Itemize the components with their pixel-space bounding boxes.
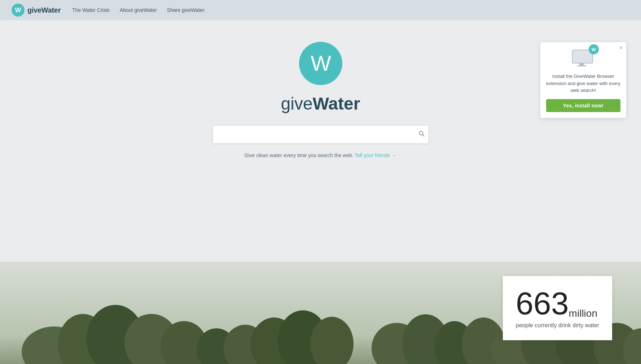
nav-link-about[interactable]: About giveWater <box>120 7 157 13</box>
brand-give: give <box>281 94 313 113</box>
svg-rect-2 <box>577 66 587 67</box>
stats-unit: million <box>569 308 597 319</box>
tagline: Give clean water every time you search t… <box>245 152 397 158</box>
install-popup: × W Install the GiveWater Browser extens… <box>540 42 627 118</box>
install-now-button[interactable]: Yes, install now! <box>546 99 620 112</box>
stats-description: people currently drink dirty water <box>516 322 599 329</box>
svg-line-4 <box>422 135 424 136</box>
popup-icon-area: W <box>546 48 620 69</box>
search-bar-wrapper <box>212 125 429 144</box>
nav-link-water-crisis[interactable]: The Water Crisis <box>72 7 110 13</box>
logo-icon: W <box>12 4 25 17</box>
brand-logo-letter: W <box>311 53 330 74</box>
popup-close-button[interactable]: × <box>619 45 623 51</box>
stats-number-area: 663million <box>516 288 599 319</box>
popup-message: Install the GiveWater Browser extension … <box>546 73 620 94</box>
popup-w-icon: W <box>589 44 599 54</box>
brand-logo: W <box>299 42 342 85</box>
bottom-section: 663million people currently drink dirty … <box>0 262 641 364</box>
logo-text: giveWater <box>27 6 61 14</box>
main-nav: The Water Crisis About giveWater Share g… <box>72 7 204 13</box>
nav-link-share[interactable]: Share giveWater <box>167 7 205 13</box>
brand-water: Water <box>313 94 360 113</box>
main-section: × W Install the GiveWater Browser extens… <box>0 20 641 262</box>
site-header: W giveWater The Water Crisis About giveW… <box>0 0 641 20</box>
logo-area[interactable]: W giveWater <box>12 4 61 17</box>
stats-number: 663 <box>516 285 569 321</box>
brand-name: giveWater <box>281 94 360 114</box>
svg-rect-1 <box>580 63 584 65</box>
popup-monitor-icon: W <box>571 48 596 69</box>
stats-card: 663million people currently drink dirty … <box>503 276 612 340</box>
search-input[interactable] <box>212 125 429 144</box>
tell-friends-link[interactable]: Tell your friends → <box>355 152 396 158</box>
search-button[interactable] <box>419 131 425 138</box>
